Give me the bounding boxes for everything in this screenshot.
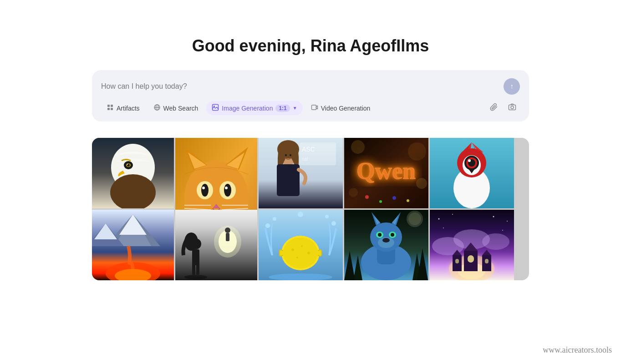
camera-button[interactable]	[504, 101, 520, 115]
aspect-ratio-badge[interactable]: 1:1	[275, 105, 290, 112]
video-gen-icon	[311, 104, 318, 112]
svg-point-70	[468, 159, 471, 162]
watermark: www.aicreators.tools	[543, 345, 612, 355]
svg-point-18	[127, 164, 128, 165]
svg-point-95	[331, 221, 336, 226]
svg-point-94	[273, 217, 276, 221]
toolbar-row: Artifacts Web Search Image	[101, 101, 520, 115]
svg-point-48	[351, 140, 365, 154]
svg-rect-0	[107, 105, 110, 107]
search-container: ↑ Artifacts	[92, 70, 529, 121]
svg-rect-137	[455, 259, 459, 263]
svg-text:ASC: ASC	[302, 146, 315, 153]
grid-cell-bird[interactable]	[430, 138, 514, 208]
image-gen-icon	[212, 104, 219, 112]
grid-cell-volcano[interactable]	[92, 210, 174, 280]
grid-cell-shadow[interactable]	[175, 210, 257, 280]
svg-point-27	[201, 184, 209, 197]
svg-point-55	[379, 200, 382, 203]
svg-point-50	[416, 178, 427, 189]
svg-rect-89	[226, 233, 229, 241]
svg-text:nal: nal	[302, 157, 308, 162]
svg-point-46	[290, 154, 291, 156]
search-input[interactable]	[101, 81, 504, 92]
svg-point-51	[349, 188, 358, 197]
svg-point-29	[202, 187, 205, 189]
svg-rect-44	[277, 164, 300, 196]
artifacts-button[interactable]: Artifacts	[101, 101, 145, 115]
svg-point-56	[392, 196, 396, 200]
svg-point-142	[507, 221, 508, 222]
grid-cell-fantasy[interactable]	[430, 210, 514, 280]
svg-rect-2	[107, 108, 110, 110]
svg-rect-9	[311, 105, 316, 110]
grid-cell-wolf[interactable]	[344, 210, 428, 280]
svg-rect-3	[111, 108, 113, 110]
image-generation-button[interactable]: Image Generation 1:1 ▼	[206, 101, 302, 115]
web-search-label: Web Search	[163, 105, 199, 112]
svg-rect-136	[468, 255, 474, 263]
artifacts-label: Artifacts	[117, 105, 140, 112]
svg-point-139	[438, 218, 440, 220]
svg-point-101	[301, 245, 303, 247]
svg-point-88	[225, 228, 230, 233]
globe-icon	[153, 104, 161, 112]
artifacts-icon	[107, 104, 114, 112]
svg-point-28	[224, 184, 231, 197]
svg-point-97	[298, 212, 303, 217]
svg-point-141	[493, 216, 494, 217]
svg-point-120	[378, 233, 382, 237]
svg-rect-1	[111, 105, 113, 107]
svg-point-30	[225, 187, 228, 189]
svg-point-93	[265, 223, 270, 228]
image-generation-label: Image Generation	[222, 105, 273, 112]
attach-button[interactable]	[486, 101, 502, 115]
svg-point-100	[291, 248, 294, 251]
camera-icon	[508, 104, 516, 113]
svg-point-11	[511, 106, 514, 109]
svg-rect-84	[192, 249, 199, 265]
svg-rect-10	[509, 105, 516, 110]
greeting-title: Good evening, Rina AgeofIlms	[192, 36, 429, 56]
svg-rect-85	[192, 263, 195, 275]
send-button[interactable]: ↑	[504, 78, 520, 95]
web-search-button[interactable]: Web Search	[148, 101, 204, 115]
grid-cell-lemon[interactable]	[259, 210, 343, 280]
video-generation-label: Video Generation	[321, 105, 371, 112]
grid-cell-qwen[interactable]: Qwen Qwen	[344, 138, 428, 208]
svg-point-54	[365, 195, 369, 199]
svg-point-123	[408, 212, 421, 225]
svg-point-103	[296, 257, 298, 258]
image-grid-container: ASC nal	[92, 138, 529, 280]
svg-point-117	[382, 238, 390, 243]
svg-text:Qwen: Qwen	[356, 158, 416, 184]
image-grid: ASC nal	[92, 138, 529, 280]
grid-cell-eagle[interactable]	[92, 138, 174, 208]
svg-point-140	[452, 214, 453, 215]
svg-point-45	[285, 154, 287, 156]
svg-rect-86	[196, 263, 199, 275]
svg-point-102	[307, 252, 310, 254]
grid-cell-woman[interactable]: ASC nal	[259, 138, 343, 208]
attach-icon	[490, 104, 498, 113]
svg-rect-138	[485, 259, 489, 263]
svg-point-57	[407, 199, 409, 202]
svg-point-143	[502, 230, 503, 231]
search-row: ↑	[101, 78, 520, 95]
svg-point-121	[391, 233, 394, 237]
svg-point-99	[283, 238, 318, 268]
send-icon: ↑	[510, 82, 514, 91]
svg-point-96	[325, 215, 329, 218]
svg-point-87	[184, 275, 207, 279]
video-generation-button[interactable]: Video Generation	[305, 101, 376, 115]
svg-point-144	[443, 228, 444, 228]
chevron-down-icon: ▼	[293, 106, 297, 111]
